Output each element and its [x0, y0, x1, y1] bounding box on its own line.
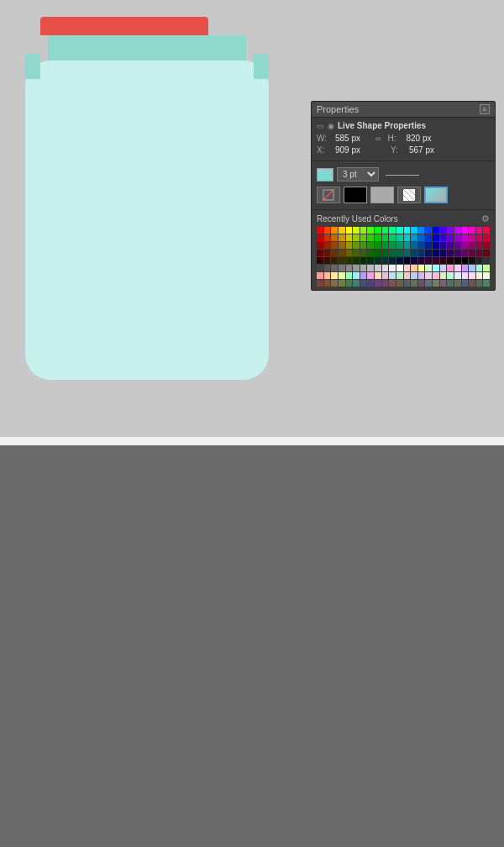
color-swatch-cell[interactable]	[462, 234, 469, 241]
color-swatch-cell[interactable]	[469, 272, 475, 279]
color-swatch-cell[interactable]	[353, 257, 360, 264]
color-swatch-cell[interactable]	[469, 257, 475, 264]
color-swatch-cell[interactable]	[375, 272, 381, 279]
color-swatch-cell[interactable]	[433, 257, 439, 264]
color-swatch-cell[interactable]	[346, 234, 353, 241]
color-swatch-cell[interactable]	[469, 234, 475, 241]
color-swatch-cell[interactable]	[339, 227, 345, 234]
color-swatch-cell[interactable]	[469, 227, 475, 234]
color-swatch-cell[interactable]	[411, 272, 417, 279]
color-swatch-cell[interactable]	[476, 250, 483, 256]
color-swatch-cell[interactable]	[447, 280, 454, 287]
color-swatch-cell[interactable]	[476, 227, 483, 234]
color-swatch-cell[interactable]	[331, 227, 338, 234]
color-swatch-cell[interactable]	[433, 250, 439, 256]
color-swatch-cell[interactable]	[346, 272, 353, 279]
color-swatch-cell[interactable]	[360, 234, 367, 241]
color-swatch-cell[interactable]	[389, 227, 396, 234]
color-swatch-cell[interactable]	[425, 242, 432, 249]
color-swatch-cell[interactable]	[433, 272, 439, 279]
color-swatch-cell[interactable]	[396, 250, 403, 256]
color-swatch-cell[interactable]	[324, 272, 331, 279]
color-swatch-cell[interactable]	[382, 280, 389, 287]
color-swatch-cell[interactable]	[418, 280, 425, 287]
color-swatch-cell[interactable]	[404, 234, 411, 241]
color-swatch-cell[interactable]	[454, 257, 461, 264]
color-swatch-cell[interactable]	[404, 242, 411, 249]
color-swatch-cell[interactable]	[389, 257, 396, 264]
color-swatch-cell[interactable]	[331, 242, 338, 249]
color-swatch-cell[interactable]	[462, 280, 469, 287]
color-swatch-cell[interactable]	[404, 250, 411, 256]
color-swatch-cell[interactable]	[317, 272, 323, 279]
color-swatch-cell[interactable]	[317, 265, 323, 271]
color-swatch-cell[interactable]	[360, 242, 367, 249]
color-swatch-cell[interactable]	[411, 250, 417, 256]
color-swatch-cell[interactable]	[353, 227, 360, 234]
color-swatch-cell[interactable]	[382, 234, 389, 241]
color-swatch-cell[interactable]	[346, 257, 353, 264]
color-swatch-cell[interactable]	[353, 280, 360, 287]
color-swatch-cell[interactable]	[483, 250, 490, 256]
color-swatch-cell[interactable]	[396, 234, 403, 241]
color-swatch-cell[interactable]	[462, 242, 469, 249]
color-swatch-cell[interactable]	[433, 234, 439, 241]
color-swatch-cell[interactable]	[425, 227, 432, 234]
color-swatch-cell[interactable]	[462, 227, 469, 234]
color-swatch-cell[interactable]	[353, 234, 360, 241]
color-swatch-cell[interactable]	[346, 250, 353, 256]
color-swatch-cell[interactable]	[382, 257, 389, 264]
color-swatch-cell[interactable]	[440, 227, 447, 234]
color-swatch-cell[interactable]	[317, 227, 323, 234]
color-swatch-cell[interactable]	[483, 234, 490, 241]
color-swatch-cell[interactable]	[360, 257, 367, 264]
color-swatch-cell[interactable]	[367, 250, 374, 256]
color-swatch-cell[interactable]	[440, 272, 447, 279]
color-swatch-cell[interactable]	[425, 265, 432, 271]
color-swatch-cell[interactable]	[411, 227, 417, 234]
color-swatch-cell[interactable]	[469, 250, 475, 256]
color-swatch-cell[interactable]	[331, 272, 338, 279]
color-swatch-cell[interactable]	[382, 242, 389, 249]
color-swatch-cell[interactable]	[440, 280, 447, 287]
color-swatch-cell[interactable]	[324, 257, 331, 264]
color-swatch-cell[interactable]	[483, 257, 490, 264]
color-swatch-cell[interactable]	[375, 257, 381, 264]
fill-black-btn[interactable]	[344, 187, 367, 203]
color-swatch-cell[interactable]	[404, 272, 411, 279]
color-swatch-cell[interactable]	[346, 242, 353, 249]
color-swatch-cell[interactable]	[389, 265, 396, 271]
color-swatch-cell[interactable]	[447, 242, 454, 249]
color-swatch-cell[interactable]	[346, 265, 353, 271]
panel-link-icon[interactable]: ∞	[375, 134, 381, 143]
color-swatch-cell[interactable]	[418, 250, 425, 256]
color-swatch-cell[interactable]	[440, 257, 447, 264]
color-swatch-cell[interactable]	[360, 265, 367, 271]
color-swatch-cell[interactable]	[454, 265, 461, 271]
color-swatch-cell[interactable]	[396, 257, 403, 264]
color-swatch-cell[interactable]	[476, 242, 483, 249]
stroke-size-dropdown[interactable]: 3 pt 1 pt 2 pt 5 pt	[337, 167, 379, 182]
color-swatch-cell[interactable]	[331, 265, 338, 271]
color-swatch-cell[interactable]	[382, 250, 389, 256]
color-swatch-cell[interactable]	[389, 280, 396, 287]
color-swatch-cell[interactable]	[339, 272, 345, 279]
color-swatch-cell[interactable]	[425, 272, 432, 279]
color-swatch-cell[interactable]	[476, 265, 483, 271]
color-swatch-cell[interactable]	[331, 280, 338, 287]
color-swatch-cell[interactable]	[367, 257, 374, 264]
color-swatch-cell[interactable]	[353, 265, 360, 271]
color-swatch-cell[interactable]	[324, 280, 331, 287]
color-swatch-cell[interactable]	[389, 272, 396, 279]
color-swatch-cell[interactable]	[404, 265, 411, 271]
color-grid-gear-icon[interactable]: ⚙	[481, 213, 490, 224]
color-swatch-cell[interactable]	[389, 242, 396, 249]
fill-gray-btn[interactable]	[370, 187, 394, 203]
color-swatch-cell[interactable]	[440, 234, 447, 241]
color-swatch-cell[interactable]	[367, 265, 374, 271]
color-swatch-cell[interactable]	[346, 280, 353, 287]
color-swatch-cell[interactable]	[433, 227, 439, 234]
color-swatch-cell[interactable]	[339, 265, 345, 271]
color-swatch-cell[interactable]	[447, 257, 454, 264]
color-swatch-cell[interactable]	[418, 265, 425, 271]
